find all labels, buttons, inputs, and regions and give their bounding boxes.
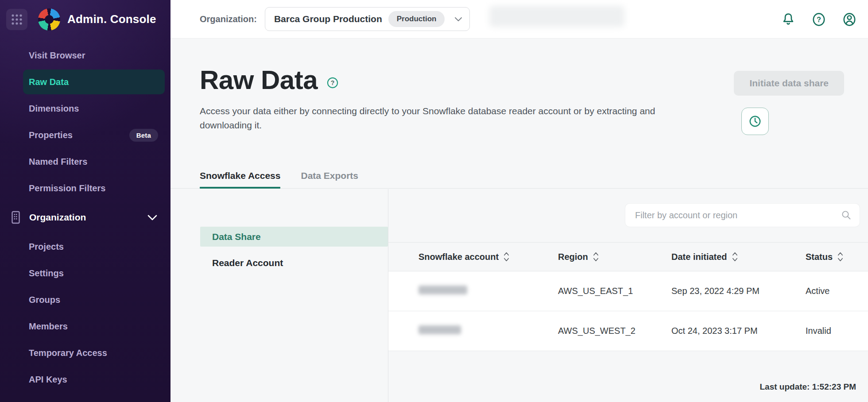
- redacted-account: [418, 325, 461, 334]
- cell-region: AWS_US_EAST_1: [558, 286, 671, 296]
- cell-status: Invalid: [806, 326, 868, 336]
- data-share-pane: Snowflake account Region: [388, 189, 868, 402]
- page-title: Raw Data: [200, 67, 318, 93]
- column-header-region[interactable]: Region: [558, 251, 671, 262]
- account-icon: [842, 12, 857, 27]
- bell-icon: [781, 12, 796, 27]
- sidebar-item-label: API Keys: [29, 375, 67, 385]
- table-row[interactable]: AWS_US_EAST_1 Sep 23, 2022 4:29 PM Activ…: [388, 271, 868, 311]
- sidebar-item-permission-filters[interactable]: Permission Filters: [0, 175, 170, 201]
- sidebar-item-label: Permission Filters: [29, 183, 105, 193]
- sidebar-item-visit-browser[interactable]: Visit Browser: [0, 42, 170, 69]
- main-area: Organization: Barca Group Production Pro…: [170, 0, 868, 402]
- topbar-icon-group: ?: [779, 0, 859, 39]
- cell-status: Active: [806, 286, 868, 296]
- redacted-account: [418, 286, 467, 294]
- app-grid-icon[interactable]: [6, 9, 27, 30]
- sidebar-item-label: Properties: [29, 130, 73, 140]
- app-grid-icon: [11, 14, 23, 25]
- page-description: Access your data either by connecting di…: [200, 104, 680, 132]
- access-subnav: Data Share Reader Account: [170, 189, 388, 402]
- cell-region: AWS_US_WEST_2: [558, 326, 671, 336]
- sidebar-item-projects[interactable]: Projects: [0, 233, 170, 260]
- app-title: Admin. Console: [67, 12, 156, 26]
- sidebar-item-named-filters[interactable]: Named Filters: [0, 148, 170, 175]
- search-icon: [841, 210, 852, 220]
- sidebar-item-label: Projects: [29, 242, 64, 252]
- svg-text:?: ?: [331, 79, 335, 86]
- table-header-row: Snowflake account Region: [388, 242, 868, 271]
- sort-icon: [837, 251, 843, 262]
- redacted-header-content: [489, 6, 624, 27]
- subnav-item-label: Reader Account: [212, 258, 283, 268]
- data-share-table: Snowflake account Region: [388, 242, 868, 351]
- sidebar-item-label: Visit Browser: [29, 50, 85, 61]
- sidebar-item-label: Members: [29, 321, 68, 332]
- cell-date-initiated: Oct 24, 2023 3:17 PM: [671, 326, 806, 336]
- chevron-down-icon: [454, 17, 462, 22]
- sidebar-item-label: Temporary Access: [29, 348, 107, 358]
- tab-snowflake-access[interactable]: Snowflake Access: [200, 170, 280, 188]
- cell-snowflake-account: [418, 325, 558, 336]
- sort-icon: [593, 251, 599, 262]
- sidebar-item-api-keys[interactable]: API Keys: [0, 366, 170, 393]
- help-button[interactable]: ?: [809, 10, 829, 29]
- organization-label: Organization:: [200, 14, 257, 24]
- app-logo-icon: [38, 8, 60, 31]
- sidebar-item-temporary-access[interactable]: Temporary Access: [0, 340, 170, 366]
- last-update-timestamp: Last update: 1:52:23 PM: [760, 382, 856, 392]
- cell-date-initiated: Sep 23, 2022 4:29 PM: [671, 286, 806, 296]
- sidebar: Admin. Console Visit Browser Raw Data Di…: [0, 0, 170, 402]
- beta-badge: Beta: [129, 129, 158, 142]
- sidebar-item-settings[interactable]: Settings: [0, 260, 170, 286]
- history-button[interactable]: [741, 108, 769, 135]
- page-help-icon[interactable]: ?: [326, 77, 339, 89]
- sidebar-item-label: Settings: [29, 268, 64, 278]
- organization-selector[interactable]: Barca Group Production Production: [265, 7, 470, 31]
- environment-badge: Production: [388, 11, 445, 27]
- help-icon: ?: [811, 12, 826, 27]
- subnav-item-label: Data Share: [212, 232, 261, 242]
- tab-data-exports[interactable]: Data Exports: [301, 170, 358, 188]
- sidebar-item-groups[interactable]: Groups: [0, 286, 170, 313]
- sidebar-item-members[interactable]: Members: [0, 313, 170, 340]
- filter-input[interactable]: [634, 210, 841, 221]
- page-head: Raw Data ?: [200, 67, 339, 93]
- tab-bar: Snowflake Access Data Exports: [170, 170, 868, 189]
- sidebar-item-label: Groups: [29, 295, 60, 305]
- admin-console-app: Admin. Console Visit Browser Raw Data Di…: [0, 0, 868, 402]
- sidebar-item-dimensions[interactable]: Dimensions: [0, 95, 170, 122]
- sidebar-item-raw-data[interactable]: Raw Data: [23, 70, 165, 94]
- column-header-date-initiated[interactable]: Date initiated: [671, 251, 806, 262]
- snowflake-access-panel: Data Share Reader Account: [170, 189, 868, 402]
- clock-icon: [748, 115, 762, 128]
- chevron-down-icon: [147, 215, 157, 220]
- content-area: Raw Data ? Access your data either by co…: [170, 39, 868, 402]
- subnav-item-data-share[interactable]: Data Share: [200, 227, 388, 247]
- subnav-item-reader-account[interactable]: Reader Account: [212, 253, 388, 273]
- svg-text:?: ?: [817, 15, 821, 23]
- sidebar-item-label: Named Filters: [29, 157, 87, 167]
- cell-snowflake-account: [418, 286, 558, 297]
- sidebar-header: Admin. Console: [0, 0, 170, 39]
- sidebar-item-properties[interactable]: Properties Beta: [0, 122, 170, 148]
- notifications-button[interactable]: [779, 10, 798, 29]
- sidebar-item-label: Raw Data: [29, 77, 69, 87]
- sort-icon: [504, 251, 509, 262]
- filter-input-wrapper: [625, 204, 860, 227]
- table-row[interactable]: AWS_US_WEST_2 Oct 24, 2023 3:17 PM Inval…: [388, 311, 868, 351]
- sidebar-nav: Visit Browser Raw Data Dimensions Proper…: [0, 39, 170, 393]
- sort-icon: [732, 251, 738, 262]
- sidebar-section-label: Organization: [29, 212, 86, 223]
- top-bar: Organization: Barca Group Production Pro…: [170, 0, 868, 39]
- initiate-data-share-button[interactable]: Initiate data share: [734, 71, 844, 96]
- building-icon: [10, 211, 22, 224]
- account-button[interactable]: [840, 10, 859, 29]
- column-header-status[interactable]: Status: [806, 251, 868, 262]
- sidebar-section-organization[interactable]: Organization: [0, 201, 170, 233]
- column-header-snowflake-account[interactable]: Snowflake account: [418, 251, 558, 262]
- organization-name: Barca Group Production: [274, 14, 382, 24]
- sidebar-item-label: Dimensions: [29, 104, 79, 114]
